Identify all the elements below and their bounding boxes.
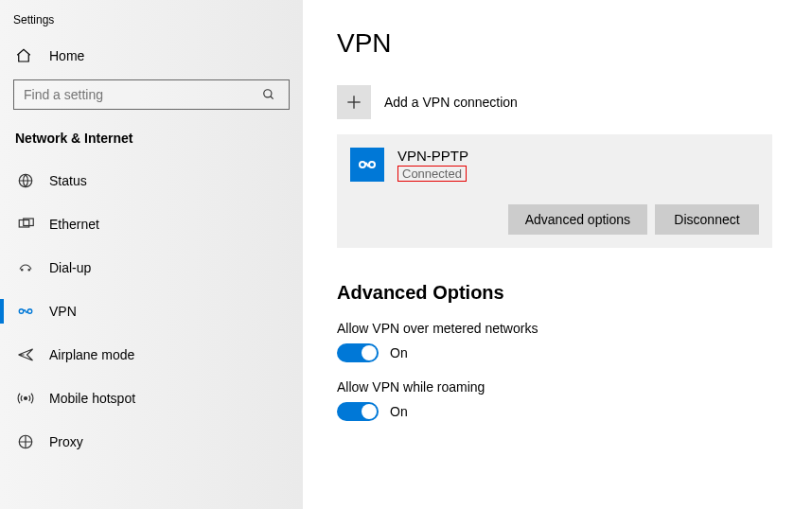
vpn-connection-status: Connected: [397, 166, 467, 182]
vpn-actions: Advanced options Disconnect: [350, 204, 759, 235]
roaming-toggle[interactable]: [337, 402, 379, 421]
add-vpn-connection[interactable]: Add a VPN connection: [337, 85, 774, 119]
roaming-state: On: [390, 404, 408, 419]
dialup-icon: [15, 259, 36, 276]
vpn-connection-header: VPN-PPTP Connected: [350, 148, 759, 182]
nav-label: Dial-up: [49, 260, 91, 275]
hotspot-icon: [15, 390, 36, 407]
nav-label: Proxy: [49, 434, 83, 449]
add-vpn-label: Add a VPN connection: [384, 95, 518, 110]
nav-item-proxy[interactable]: Proxy: [0, 420, 303, 464]
sidebar: Settings Home Network & Internet Status: [0, 0, 303, 509]
svg-point-5: [22, 270, 24, 272]
metered-toggle[interactable]: [337, 343, 379, 362]
nav-label: Mobile hotspot: [49, 391, 135, 406]
svg-point-7: [19, 309, 24, 314]
nav-item-status[interactable]: Status: [0, 159, 303, 202]
search-icon: [262, 88, 289, 101]
vpn-connection-name: VPN-PPTP: [397, 148, 468, 164]
nav-label: Ethernet: [49, 217, 99, 232]
svg-point-0: [264, 90, 272, 97]
ethernet-icon: [15, 216, 36, 233]
vpn-connection-info: VPN-PPTP Connected: [397, 148, 468, 182]
advanced-options-title: Advanced Options: [337, 282, 774, 304]
svg-point-8: [27, 309, 32, 314]
roaming-label: Allow VPN while roaming: [337, 379, 774, 395]
nav-label: Airplane mode: [49, 347, 134, 362]
disconnect-button[interactable]: Disconnect: [655, 204, 759, 235]
search-box[interactable]: [13, 79, 290, 110]
nav-label: VPN: [49, 304, 77, 319]
airplane-icon: [15, 346, 36, 363]
svg-point-9: [25, 397, 27, 400]
status-icon: [15, 172, 36, 189]
plus-icon: [337, 85, 371, 119]
metered-toggle-row: On: [337, 343, 774, 362]
nav-item-ethernet[interactable]: Ethernet: [0, 202, 303, 246]
page-title: VPN: [337, 28, 774, 59]
vpn-connection-icon: [350, 148, 384, 182]
home-link[interactable]: Home: [0, 40, 303, 72]
nav-item-dialup[interactable]: Dial-up: [0, 246, 303, 290]
svg-point-13: [360, 162, 365, 167]
app-title: Settings: [0, 9, 303, 40]
svg-point-6: [28, 270, 30, 272]
metered-label: Allow VPN over metered networks: [337, 321, 774, 336]
search-input[interactable]: [14, 87, 262, 102]
section-title: Network & Internet: [0, 125, 303, 159]
svg-line-1: [271, 97, 274, 99]
vpn-connection-card[interactable]: VPN-PPTP Connected Advanced options Disc…: [337, 134, 772, 248]
home-label: Home: [49, 48, 84, 63]
main-content: VPN Add a VPN connection VPN-PPTP Connec…: [303, 0, 812, 509]
nav-item-vpn[interactable]: VPN: [0, 290, 303, 333]
advanced-options-button[interactable]: Advanced options: [508, 204, 647, 235]
svg-point-14: [369, 162, 375, 167]
settings-app: Settings Home Network & Internet Status: [0, 0, 812, 509]
roaming-toggle-row: On: [337, 402, 774, 421]
metered-state: On: [390, 345, 408, 360]
vpn-icon: [15, 303, 36, 320]
nav-label: Status: [49, 173, 87, 188]
nav-item-hotspot[interactable]: Mobile hotspot: [0, 377, 303, 420]
home-icon: [15, 47, 32, 64]
proxy-icon: [15, 433, 36, 450]
nav-item-airplane[interactable]: Airplane mode: [0, 333, 303, 377]
nav-list: Status Ethernet Dial-up VPN: [0, 159, 303, 464]
